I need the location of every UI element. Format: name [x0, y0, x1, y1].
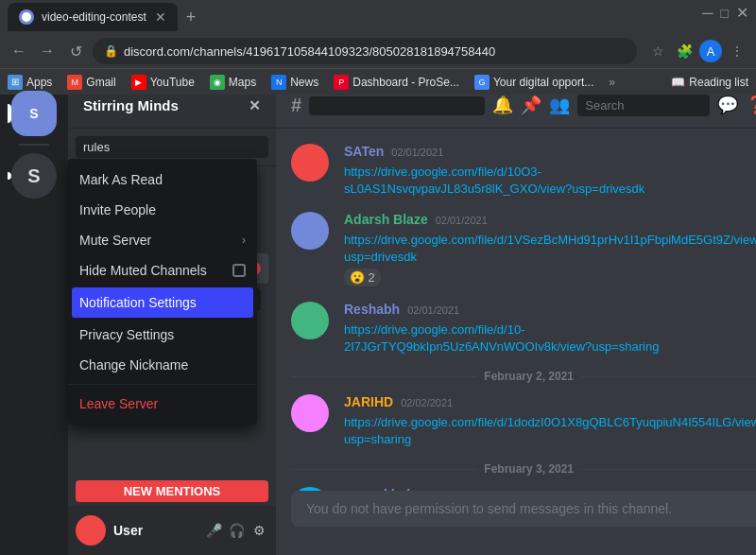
discord-home-button[interactable]: S — [11, 91, 57, 136]
pin-button[interactable]: 📌 — [521, 95, 541, 116]
dashboard-label: Dashboard - ProSe... — [352, 76, 459, 89]
bookmark-apps[interactable]: ⊞ Apps — [8, 75, 52, 90]
minimize-button[interactable]: ─ — [702, 5, 713, 22]
message-author-2: Adarsh Blaze — [344, 212, 428, 227]
bookmark-maps[interactable]: ◉ Maps — [210, 75, 256, 90]
notification-settings-label: Notification Settings — [79, 295, 197, 310]
new-tab-button[interactable]: + — [178, 4, 204, 30]
bookmark-news[interactable]: N News — [271, 75, 318, 90]
mute-server-arrow: › — [242, 234, 246, 247]
context-change-nickname[interactable]: Change Nickname — [68, 350, 257, 380]
message-timestamp-3: 02/01/2021 — [407, 304, 459, 316]
bookmarks-bar: ⊞ Apps M Gmail ▶ YouTube ◉ Maps N News P… — [0, 68, 756, 95]
mute-button[interactable]: 🎤 — [204, 521, 223, 540]
bookmark-google[interactable]: G Your digital opport... — [474, 75, 593, 90]
username: User — [113, 523, 143, 538]
puzzle-button[interactable]: 🧩 — [673, 40, 696, 62]
context-mark-as-read[interactable]: Mark As Read — [68, 165, 257, 195]
news-icon: N — [271, 75, 286, 90]
server-icon-1[interactable]: S — [11, 153, 57, 199]
date-separator-2: February 3, 2021 — [291, 462, 756, 476]
active-tab[interactable]: video-editing-contest ✕ — [8, 3, 178, 31]
url-text: discord.com/channels/419617105844109323/… — [124, 44, 495, 59]
tab-bar: video-editing-contest ✕ + ─ □ ✕ — [0, 0, 756, 34]
context-invite-people[interactable]: Invite People — [68, 195, 257, 225]
message-link-3[interactable]: https://drive.google.com/file/d/10-2I7JG… — [344, 322, 659, 354]
maps-icon: ◉ — [210, 75, 225, 90]
more-bookmarks-button[interactable]: » — [609, 76, 615, 89]
new-mentions-bar[interactable]: NEW MENTIONS — [76, 480, 268, 502]
server-name: Stirring Minds — [83, 97, 241, 113]
context-menu: Mark As Read Invite People Mute Server ›… — [68, 159, 257, 425]
hide-muted-label: Hide Muted Channels — [79, 263, 207, 278]
deafen-button[interactable]: 🎧 — [227, 521, 246, 540]
close-button[interactable]: ✕ — [736, 4, 748, 22]
context-menu-divider — [68, 384, 257, 385]
maps-label: Maps — [229, 76, 256, 89]
date-line-right-2 — [581, 469, 756, 470]
help-button[interactable]: ❓ — [746, 95, 756, 116]
context-notification-settings[interactable]: Notification Settings — [72, 287, 253, 318]
message-link-4[interactable]: https://drive.google.com/file/d/1dodzI0O… — [344, 415, 756, 446]
maximize-button[interactable]: □ — [721, 6, 729, 21]
inbox-button[interactable]: 💬 — [717, 95, 738, 116]
message-avatar-4 — [291, 394, 329, 432]
message-2: Adarsh Blaze 02/01/2021 https://drive.go… — [291, 212, 756, 286]
browser-actions: ☆ 🧩 A ⋮ — [646, 40, 748, 62]
bookmark-gmail[interactable]: M Gmail — [67, 75, 115, 90]
google-label: Your digital opport... — [493, 76, 593, 89]
reading-list-icon: 📖 — [671, 76, 685, 89]
reading-list-button[interactable]: 📖 Reading list — [671, 76, 748, 89]
context-leave-server[interactable]: Leave Server — [68, 389, 257, 419]
reaction-1[interactable]: 😮 2 — [344, 269, 381, 286]
user-controls: 🎤 🎧 ⚙ — [204, 521, 268, 540]
account-button[interactable]: A — [699, 40, 722, 62]
date-line-left-2 — [291, 469, 476, 470]
reload-button[interactable]: ↺ — [64, 40, 87, 62]
server-list-divider — [19, 144, 49, 146]
main-content: # 🔔 📌 👥 Search 💬 ❓ SATen 02/01 — [276, 83, 756, 555]
server-active-indicator — [8, 104, 11, 123]
date-line-right — [581, 376, 756, 377]
gmail-icon: M — [67, 75, 82, 90]
user-avatar — [76, 515, 106, 546]
context-privacy-settings[interactable]: Privacy Settings — [68, 320, 257, 350]
channel-filter-box[interactable]: rules — [76, 136, 268, 158]
message-content-1: SATen 02/01/2021 https://drive.google.co… — [344, 144, 756, 197]
message-content-4: JARIHD 02/02/2021 https://drive.google.c… — [344, 394, 756, 447]
chat-input-placeholder: You do not have permission to send messa… — [306, 501, 672, 516]
members-button[interactable]: 👥 — [549, 95, 570, 116]
apps-label: Apps — [26, 76, 52, 89]
reading-list-label: Reading list — [689, 76, 748, 89]
message-author-4: JARIHD — [344, 394, 393, 409]
address-bar: ← → ↺ 🔒 discord.com/channels/41961710584… — [0, 34, 756, 68]
back-button[interactable]: ← — [8, 40, 30, 62]
context-hide-muted[interactable]: Hide Muted Channels — [68, 255, 257, 286]
star-button[interactable]: ☆ — [646, 40, 669, 62]
bell-button[interactable]: 🔔 — [492, 95, 513, 116]
privacy-settings-label: Privacy Settings — [79, 327, 174, 342]
invite-people-label: Invite People — [79, 202, 156, 217]
forward-button[interactable]: → — [36, 40, 59, 62]
search-placeholder: Search — [585, 98, 624, 113]
settings-button[interactable]: ⚙ — [249, 521, 268, 540]
messages-area: SATen 02/01/2021 https://drive.google.co… — [276, 129, 756, 491]
message-avatar-2 — [291, 212, 329, 250]
tab-close-button[interactable]: ✕ — [155, 9, 166, 25]
message-link-2[interactable]: https://drive.google.com/file/d/1VSezBcM… — [344, 233, 756, 264]
context-mute-server[interactable]: Mute Server › — [68, 225, 257, 255]
message-timestamp-1: 02/01/2021 — [391, 147, 443, 158]
date-text-2: February 3, 2021 — [484, 462, 574, 476]
hide-muted-checkbox[interactable] — [232, 264, 246, 277]
change-nickname-label: Change Nickname — [79, 357, 188, 373]
mark-as-read-label: Mark As Read — [79, 172, 163, 187]
menu-button[interactable]: ⋮ — [726, 40, 748, 62]
bookmark-youtube[interactable]: ▶ YouTube — [131, 75, 195, 90]
search-box[interactable]: Search — [577, 95, 710, 116]
new-mentions-label: NEW MENTIONS — [124, 484, 221, 498]
pinterest-icon: P — [334, 75, 349, 90]
url-box[interactable]: 🔒 discord.com/channels/41961710584410932… — [93, 38, 637, 64]
message-header-4: JARIHD 02/02/2021 — [344, 394, 756, 409]
message-link-1[interactable]: https://drive.google.com/file/d/10O3-sL0… — [344, 165, 644, 196]
bookmark-dashboard[interactable]: P Dashboard - ProSe... — [334, 75, 459, 90]
